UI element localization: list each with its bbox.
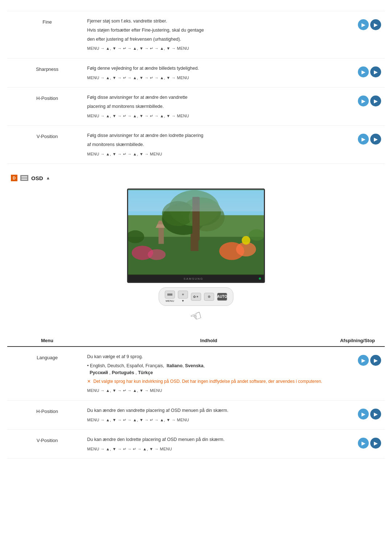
lang-bold-4: Português — [112, 370, 134, 375]
menu-line-1 — [21, 176, 27, 177]
lang-bold-2: Svenska — [185, 363, 204, 368]
fine-next-button[interactable]: ▶ — [370, 19, 381, 30]
hposition-buttons: ▶ ▶ — [358, 94, 381, 106]
monitor-brand: SAMSUNG — [128, 277, 259, 280]
sharpness-prev-button[interactable]: ▶ — [358, 66, 369, 77]
fine-buttons: ▶ ▶ — [358, 18, 381, 30]
ctrl-menu-icon — [165, 291, 175, 299]
hposition-nav: MENU → ▲, ▼ → ↵ → ▲, ▼ → ↵ → ▲, ▼ → MENU — [87, 113, 354, 119]
row-content-vposition: Følg disse anvisninger for at ændre den … — [83, 132, 358, 157]
osd-hposition-desc: Du kan ændre den vandrette placering af … — [87, 407, 354, 414]
osd-content-hposition: Du kan ændre den vandrette placering af … — [83, 407, 358, 423]
table-col-menu-header: Menu — [11, 338, 83, 343]
osd-label-hposition: H-Position — [11, 407, 83, 414]
osd-row-hposition: H-Position Du kan ændre den vandrette pl… — [7, 401, 385, 430]
osd-table-header: Menu Indhold Afspilning/Stop — [7, 335, 385, 347]
osd-vposition-nav: MENU → ▲, ▼ → ↵ → ↵ → ▲, ▼ → MENU — [87, 446, 354, 452]
hposition-desc-2: placering af monitorens skærmbillede. — [87, 103, 354, 110]
ctrl-brightness-btn[interactable]: ☀ ▼ — [178, 291, 188, 303]
settings-row-fine: Fine Fjerner støj som f.eks. vandrette s… — [7, 11, 385, 58]
osd-hposition-prev-button[interactable]: ▶ — [358, 409, 369, 420]
lang-next-button[interactable]: ▶ — [370, 355, 381, 366]
lang-warning: ✕ Det valgte sprog har kun indvirkning p… — [87, 378, 354, 385]
row-label-hposition: H-Position — [11, 94, 83, 101]
ctrl-menu-label: MENU — [166, 299, 174, 303]
settings-row-sharpness: Sharpness Følg denne vejledning for at æ… — [7, 58, 385, 88]
osd-content-vposition: Du kan ændre den lodrette placering af O… — [83, 436, 358, 452]
settings-section: Fine Fjerner støj som f.eks. vandrette s… — [7, 11, 385, 164]
fine-prev-button[interactable]: ▶ — [358, 19, 369, 30]
ctrl-settings-btn[interactable]: ✿✶ — [191, 293, 201, 301]
lang-bold: Italiano — [167, 363, 183, 368]
osd-hposition-next-button[interactable]: ▶ — [370, 409, 381, 420]
osd-table-section: Menu Indhold Afspilning/Stop Language Du… — [7, 335, 385, 459]
row-label-sharpness: Sharpness — [11, 65, 83, 72]
ctrl-menu-btn[interactable]: MENU — [165, 291, 175, 303]
menu-icon — [20, 175, 28, 181]
row-content-hposition: Følg disse anvisninger for at ændre den … — [83, 94, 358, 119]
vposition-buttons: ▶ ▶ — [358, 132, 381, 145]
osd-label-language: Language — [11, 353, 83, 360]
osd-header: D OSD ▲ — [11, 175, 381, 181]
settings-row-vposition: V-Position Følg disse anvisninger for at… — [7, 126, 385, 164]
warning-icon: ✕ — [87, 379, 91, 384]
svg-point-14 — [148, 249, 166, 260]
menu-line-2 — [21, 178, 27, 178]
hposition-desc-1: Følg disse anvisninger for at ændre den … — [87, 94, 354, 101]
osd-title: OSD — [31, 175, 43, 181]
osd-vposition-prev-button[interactable]: ▶ — [358, 438, 369, 449]
svg-rect-2 — [128, 215, 264, 237]
settings-row-hposition: H-Position Følg disse anvisninger for at… — [7, 88, 385, 126]
control-panel: MENU ☀ ▼ ✿✶ ⊕ AUTO — [159, 287, 233, 306]
lang-bold-3: Русский — [90, 370, 108, 375]
fine-desc-3: den efter justering af frekvensen (urhas… — [87, 36, 354, 43]
vposition-desc-2: af monitorens skærmbillede. — [87, 141, 354, 148]
lang-buttons: ▶ ▶ — [358, 353, 381, 366]
osd-vposition-buttons: ▶ ▶ — [358, 436, 381, 449]
fine-nav: MENU → ▲, ▼ → ↵ → ▲, ▼ → ↵ → ▲, ▼ → MENU — [87, 45, 354, 52]
ctrl-input-icon: ⊕ — [204, 293, 214, 301]
sharpness-nav: MENU → ▲, ▼ → ↵ → ▲, ▼ → ↵ → ▲, ▼ → MENU — [87, 75, 354, 81]
hposition-prev-button[interactable]: ▶ — [358, 96, 369, 106]
monitor-frame: SAMSUNG — [127, 189, 265, 283]
osd-hposition-nav: MENU → ▲, ▼ → ↵ → ▲, ▼ → ↵ → ▲, ▼ → MENU — [87, 417, 354, 423]
fine-desc-2: Hvis støjen fortsætter efter Fine-juster… — [87, 27, 354, 34]
osd-row-vposition: V-Position Du kan ændre den lodrette pla… — [7, 430, 385, 459]
vposition-next-button[interactable]: ▶ — [370, 134, 381, 145]
hand-pointer-icon: ☜ — [188, 307, 204, 325]
vposition-nav: MENU → ▲, ▼ → ↵ → ▲, ▼ → MENU — [87, 151, 354, 157]
osd-vposition-desc: Du kan ændre den lodrette placering af O… — [87, 436, 354, 443]
osd-vposition-next-button[interactable]: ▶ — [370, 438, 381, 449]
sharpness-next-button[interactable]: ▶ — [370, 66, 381, 77]
menu-icon-line1 — [167, 293, 172, 294]
hposition-next-button[interactable]: ▶ — [370, 96, 381, 106]
ctrl-auto-btn[interactable]: AUTO — [217, 293, 227, 301]
fine-desc-1: Fjerner støj som f.eks. vandrette stribe… — [87, 18, 354, 25]
ctrl-brightness-label: ▼ — [181, 299, 184, 303]
menu-icon-line3 — [167, 295, 172, 296]
monitor-container: SAMSUNG MENU ☀ ▼ ✿✶ ⊕ AU — [123, 189, 269, 324]
osd-hposition-buttons: ▶ ▶ — [358, 407, 381, 420]
ctrl-auto-icon: AUTO — [217, 293, 227, 301]
row-content-fine: Fjerner støj som f.eks. vandrette stribe… — [83, 18, 358, 52]
d-icon: D — [11, 175, 17, 181]
menu-icon-line2 — [167, 294, 172, 295]
monitor-bottom-bar: SAMSUNG — [128, 275, 264, 282]
vposition-prev-button[interactable]: ▶ — [358, 134, 369, 145]
osd-row-language: Language Du kan vælge et af 9 sprog. • E… — [7, 347, 385, 401]
garden-scene-svg — [128, 190, 264, 275]
ctrl-input-btn[interactable]: ⊕ — [204, 293, 214, 301]
osd-arrow-icon: ▲ — [46, 175, 50, 181]
svg-point-7 — [162, 201, 195, 226]
monitor-led — [259, 278, 261, 280]
vposition-desc-1: Følg disse anvisninger for at ændre den … — [87, 132, 354, 139]
svg-point-17 — [242, 236, 250, 245]
row-label-fine: Fine — [11, 18, 83, 25]
sharpness-desc: Følg denne vejledning for at ændre bille… — [87, 65, 354, 72]
row-label-vposition: V-Position — [11, 132, 83, 139]
table-col-action-header: Afspilning/Stop — [334, 338, 381, 343]
lang-warning-text: Det valgte sprog har kun indvirkning på … — [93, 379, 322, 384]
osd-label-vposition: V-Position — [11, 436, 83, 443]
lang-prev-button[interactable]: ▶ — [358, 355, 369, 366]
svg-rect-9 — [159, 228, 164, 244]
